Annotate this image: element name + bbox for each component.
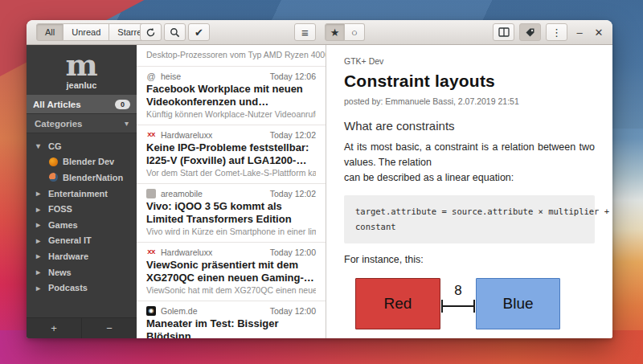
chevron-collapsed-icon[interactable]: ▸: [36, 220, 43, 229]
sidebar-item-all-articles[interactable]: All Articles 0: [27, 95, 137, 113]
article-time: Today 12:02: [270, 130, 316, 140]
remove-feed-button[interactable]: −: [82, 318, 137, 338]
sidebar-item-blendernation[interactable]: BlenderNation: [27, 170, 137, 186]
sidebar-item-hardware[interactable]: ▸ Hardware: [27, 248, 137, 264]
list-item[interactable]: ◉ Golem.de Today 12:00 Maneater im Test:…: [137, 301, 326, 338]
feed-name: Hardwareluxx: [161, 130, 265, 140]
sidebar-item-general-it[interactable]: ▸ General IT: [27, 233, 137, 249]
account-username: jeanluc: [67, 80, 97, 90]
sidebar-item-entertainment[interactable]: ▸ Entertainment: [27, 186, 137, 202]
list-item[interactable]: areamobile Today 12:02 Vivo: iQOO 3 5G k…: [137, 184, 326, 243]
category-label: Hardware: [48, 252, 88, 261]
feed-label: Blender Dev: [63, 157, 114, 166]
areamobile-favicon: [146, 189, 156, 198]
category-label: General IT: [48, 235, 92, 245]
article-title: Facebook Workplace mit neuen Videokonfer…: [146, 83, 316, 108]
check-icon: ✔: [195, 27, 203, 38]
list-menu-button[interactable]: ≡: [294, 23, 316, 41]
list-item[interactable]: XX Hardwareluxx Today 12:02 Keine IPG-Pr…: [137, 125, 326, 184]
list-item-partial[interactable]: Desktop-Prozessoren vom Typ AMD Ryzen 40…: [137, 45, 326, 67]
list-item[interactable]: XX Hardwareluxx Today 12:00 ViewSonic pr…: [137, 243, 326, 301]
close-button[interactable]: ✕: [592, 23, 606, 41]
article-list[interactable]: Desktop-Prozessoren vom Typ AMD Ryzen 40…: [137, 45, 326, 338]
category-label: FOSS: [48, 204, 72, 214]
sidebar-item-cg[interactable]: ▾ CG: [27, 138, 137, 154]
search-button[interactable]: [164, 23, 186, 41]
chevron-collapsed-icon[interactable]: ▸: [36, 284, 43, 292]
minimize-button[interactable]: –: [572, 23, 587, 41]
unread-count-badge: 0: [115, 100, 130, 109]
article-title: ViewSonic präsentiert mit dem XG270QC ei…: [146, 259, 316, 284]
feed-tree: ▾ CG Blender Dev BlenderNation ▸ Enterta…: [27, 133, 137, 317]
tag-button[interactable]: [519, 23, 541, 41]
categories-header[interactable]: Categories ▾: [27, 113, 137, 133]
category-label: CG: [48, 141, 62, 151]
article-paragraph: can be described as a linear equation:: [344, 170, 595, 186]
chevron-collapsed-icon[interactable]: ▸: [36, 268, 43, 276]
tag-icon: [525, 27, 535, 38]
article-time: Today 12:00: [270, 247, 316, 257]
book-icon: [498, 27, 510, 37]
close-icon: ✕: [595, 27, 604, 39]
category-label: Podcasts: [48, 283, 88, 292]
feed-label: BlenderNation: [63, 173, 123, 182]
article-heading: Constraint layouts: [344, 72, 595, 91]
chevron-collapsed-icon[interactable]: ▸: [36, 189, 43, 198]
all-articles-label: All Articles: [33, 100, 115, 109]
category-label: News: [48, 268, 72, 277]
feed-name: areamobile: [161, 189, 265, 198]
article-byline: posted by: Emmanuele Bassi, 2.07.2019 21…: [344, 96, 595, 106]
sidebar-item-news[interactable]: ▸ News: [27, 264, 137, 280]
filter-all-button[interactable]: All: [36, 23, 63, 41]
chevron-expanded-icon[interactable]: ▾: [36, 141, 43, 150]
list-item[interactable]: @ heise Today 12:06 Facebook Workplace m…: [137, 67, 326, 125]
filter-unread-button[interactable]: Unread: [63, 23, 109, 41]
code-line: constant: [355, 222, 396, 231]
sidebar-item-foss[interactable]: ▸ FOSS: [27, 201, 137, 217]
filter-toggle-group: All Unread Starred: [36, 23, 155, 41]
article-time: Today 12:02: [270, 189, 316, 198]
blendernation-icon: [49, 173, 58, 182]
minimize-icon: –: [576, 27, 582, 39]
article-view: GTK+ Dev Constraint layouts posted by: E…: [326, 45, 612, 338]
constraint-diagram: Red 8 Blue: [344, 278, 595, 338]
chevron-collapsed-icon[interactable]: ▸: [36, 236, 43, 245]
categories-label: Categories: [35, 119, 125, 129]
mark-unread-button[interactable]: ○: [345, 23, 365, 41]
chevron-collapsed-icon[interactable]: ▸: [36, 252, 43, 260]
article-title: Maneater im Test: Bissiger Blödsinn: [146, 317, 316, 338]
diagram-gap-value: 8: [441, 283, 475, 299]
feed-name: heise: [161, 72, 265, 81]
diagram-red-box: Red: [355, 278, 440, 329]
sidebar-item-podcasts[interactable]: ▸ Podcasts: [27, 280, 137, 296]
article-state-group: ★ ○: [325, 23, 365, 41]
titlebar-right-controls: ⋮ – ✕: [493, 23, 606, 41]
chevron-down-icon: ▾: [125, 119, 129, 128]
mark-all-read-button[interactable]: ✔: [188, 23, 210, 41]
account-profile: m jeanluc: [27, 45, 137, 95]
code-block: target.attribute = source.attribute × mu…: [344, 195, 595, 243]
article-summary: ViewSonic hat mit dem XG270QC einen neue…: [146, 285, 316, 295]
diagram-connector: [441, 305, 475, 307]
app-menu-button[interactable]: ⋮: [546, 23, 567, 41]
article-summary: Vor dem Start der Comet-Lake-S-Plattform…: [146, 168, 316, 178]
feedreader-window: All Unread Starred ✔ ≡ ★: [27, 20, 612, 338]
chevron-collapsed-icon[interactable]: ▸: [36, 205, 43, 214]
add-feed-button[interactable]: +: [27, 318, 82, 338]
star-icon: ★: [330, 27, 340, 38]
refresh-icon: [145, 27, 156, 38]
article-time: Today 12:00: [270, 306, 316, 316]
article-summary: Vivo wird in Kürze ein Smartphone in ein…: [146, 227, 316, 236]
star-article-button[interactable]: ★: [325, 23, 345, 41]
refresh-button[interactable]: [140, 23, 162, 41]
blender-dev-icon: [49, 157, 58, 166]
article-summary: Künftig können Workplace-Nutzer Videoanr…: [146, 109, 316, 119]
kebab-icon: ⋮: [551, 27, 562, 38]
titlebar[interactable]: All Unread Starred ✔ ≡ ★: [27, 20, 612, 45]
reader-view-button[interactable]: [493, 23, 514, 41]
hamburger-icon: ≡: [301, 27, 309, 39]
sidebar-item-blender-dev[interactable]: Blender Dev: [27, 154, 137, 170]
feed-name: Hardwareluxx: [161, 247, 265, 257]
sidebar-item-games[interactable]: ▸ Games: [27, 217, 137, 233]
hardwareluxx-favicon: XX: [146, 130, 156, 140]
